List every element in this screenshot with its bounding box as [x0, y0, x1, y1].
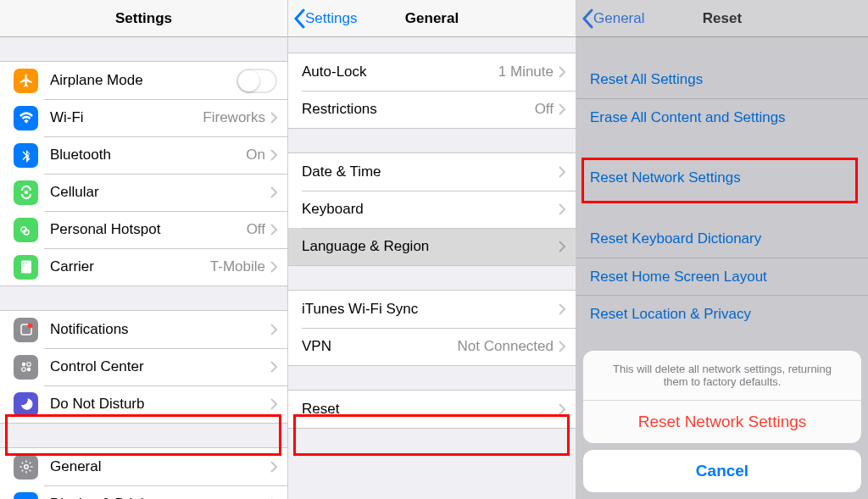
control-center-label: Control Center	[50, 358, 144, 375]
group-date-keyboard: Date & Time Keyboard Language & Region	[288, 152, 576, 266]
row-carrier[interactable]: Carrier T-Mobile	[0, 248, 287, 286]
row-general[interactable]: General	[0, 448, 287, 485]
group-reset: Reset	[288, 390, 576, 429]
display-label: Display & Brightness	[50, 496, 183, 499]
chevron-right-icon	[270, 361, 277, 373]
group-general: General AA Display & Brightness	[0, 447, 287, 499]
chevron-right-icon	[270, 398, 277, 410]
hotspot-icon	[14, 218, 38, 242]
vpn-label: VPN	[302, 338, 331, 355]
row-erase-all[interactable]: Erase All Content and Settings	[576, 98, 868, 136]
svg-point-3	[26, 363, 31, 367]
sheet-cancel-button[interactable]: Cancel	[583, 450, 861, 492]
row-auto-lock[interactable]: Auto-Lock 1 Minute	[288, 53, 576, 91]
group-itunes-vpn: iTunes Wi-Fi Sync VPN Not Connected	[288, 290, 576, 366]
navbar-general: Settings General	[288, 0, 576, 37]
wifi-detail: Fireworks	[203, 109, 265, 126]
general-icon	[14, 455, 38, 480]
airplane-icon	[14, 69, 38, 93]
row-language-region[interactable]: Language & Region	[288, 228, 576, 265]
itunes-label: iTunes Wi-Fi Sync	[302, 301, 418, 318]
vpn-detail: Not Connected	[458, 338, 554, 355]
reset-body: Reset All Settings Erase All Content and…	[576, 37, 868, 499]
dnd-icon	[14, 392, 38, 417]
svg-point-1	[27, 324, 32, 329]
chevron-right-icon	[270, 324, 277, 335]
wifi-icon	[14, 106, 38, 130]
navbar-reset: General Reset	[576, 0, 868, 37]
bluetooth-detail: On	[246, 147, 265, 164]
row-display-brightness[interactable]: AA Display & Brightness	[0, 485, 287, 499]
row-airplane-mode[interactable]: Airplane Mode	[0, 62, 287, 99]
notifications-label: Notifications	[50, 321, 129, 338]
row-restrictions[interactable]: Restrictions Off	[288, 91, 576, 128]
row-reset-keyboard-dict[interactable]: Reset Keyboard Dictionary	[576, 220, 868, 258]
row-date-time[interactable]: Date & Time	[288, 153, 576, 191]
row-vpn[interactable]: VPN Not Connected	[288, 328, 576, 365]
general-panel: Settings General Auto-Lock 1 Minute Rest…	[288, 0, 576, 499]
reset-label: Reset	[302, 401, 339, 418]
chevron-right-icon	[559, 166, 565, 178]
chevron-right-icon	[559, 203, 565, 215]
row-reset-location-privacy[interactable]: Reset Location & Privacy	[576, 295, 868, 332]
settings-root-panel: Settings Airplane Mode Wi-Fi Fireworks	[0, 0, 288, 499]
chevron-right-icon	[559, 403, 565, 415]
row-dnd[interactable]: Do Not Disturb	[0, 385, 287, 423]
hotspot-detail: Off	[247, 221, 265, 238]
carrier-icon	[14, 255, 38, 280]
restrictions-label: Restrictions	[302, 101, 377, 118]
page-title: Reset	[703, 10, 742, 27]
language-label: Language & Region	[302, 238, 429, 255]
sheet-action-reset-network[interactable]: Reset Network Settings	[583, 401, 861, 443]
svg-point-2	[21, 363, 25, 367]
cellular-label: Cellular	[50, 184, 99, 201]
carrier-label: Carrier	[50, 258, 94, 275]
chevron-right-icon	[559, 241, 565, 252]
chevron-right-icon	[270, 461, 277, 473]
group-notifications: Notifications Control Center Do Not Dist…	[0, 310, 287, 424]
dnd-label: Do Not Disturb	[50, 396, 144, 413]
autolock-detail: 1 Minute	[498, 64, 554, 80]
svg-point-6	[24, 465, 28, 469]
chevron-right-icon	[270, 261, 277, 273]
chevron-right-icon	[270, 186, 277, 198]
back-button-general[interactable]: General	[581, 8, 644, 29]
general-label: General	[50, 458, 101, 475]
display-icon: AA	[14, 492, 38, 500]
carrier-detail: T-Mobile	[210, 258, 265, 275]
row-personal-hotspot[interactable]: Personal Hotspot Off	[0, 211, 287, 248]
bluetooth-icon	[14, 143, 38, 168]
row-reset[interactable]: Reset	[288, 391, 576, 428]
reset-panel: General Reset Reset All Settings Erase A…	[576, 0, 868, 499]
page-title: Settings	[115, 10, 172, 27]
sheet-top: This will delete all network settings, r…	[583, 351, 861, 443]
row-itunes-wifi-sync[interactable]: iTunes Wi-Fi Sync	[288, 291, 576, 328]
autolock-label: Auto-Lock	[302, 64, 367, 80]
navbar-settings: Settings	[0, 0, 287, 37]
group-reset-network: Reset Network Settings	[576, 159, 868, 197]
group-reset-all: Reset All Settings Erase All Content and…	[576, 61, 868, 136]
row-notifications[interactable]: Notifications	[0, 311, 287, 348]
row-wifi[interactable]: Wi-Fi Fireworks	[0, 99, 287, 136]
airplane-label: Airplane Mode	[50, 72, 143, 89]
airplane-toggle[interactable]	[236, 69, 277, 93]
notifications-icon	[14, 318, 38, 342]
row-bluetooth[interactable]: Bluetooth On	[0, 136, 287, 174]
chevron-right-icon	[559, 303, 565, 315]
chevron-right-icon	[559, 341, 565, 352]
wifi-label: Wi-Fi	[50, 109, 84, 126]
group-autolock: Auto-Lock 1 Minute Restrictions Off	[288, 53, 576, 129]
chevron-right-icon	[270, 224, 277, 236]
restrictions-detail: Off	[535, 101, 554, 118]
row-reset-network-settings[interactable]: Reset Network Settings	[576, 159, 868, 197]
bluetooth-label: Bluetooth	[50, 147, 111, 164]
svg-point-4	[21, 368, 25, 372]
row-reset-home-screen[interactable]: Reset Home Screen Layout	[576, 258, 868, 295]
row-cellular[interactable]: Cellular	[0, 174, 287, 211]
hotspot-label: Personal Hotspot	[50, 221, 160, 238]
row-reset-all-settings[interactable]: Reset All Settings	[576, 61, 868, 98]
back-button-settings[interactable]: Settings	[293, 8, 357, 29]
row-keyboard[interactable]: Keyboard	[288, 191, 576, 228]
action-sheet: This will delete all network settings, r…	[583, 351, 861, 492]
row-control-center[interactable]: Control Center	[0, 348, 287, 385]
